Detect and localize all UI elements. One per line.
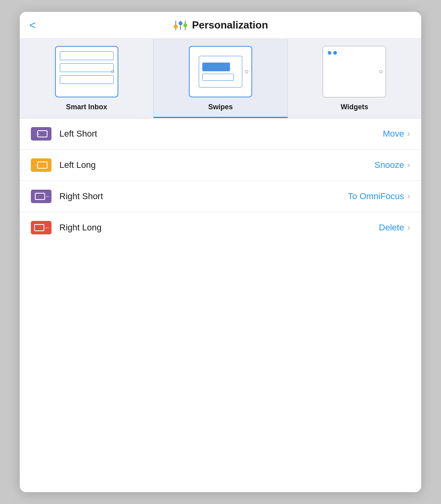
- swipe-item-left-long[interactable]: → Left Long Snooze ›: [20, 150, 421, 181]
- left-long-value: Snooze: [374, 160, 404, 170]
- tab-swipes[interactable]: Swipes: [154, 39, 287, 118]
- left-long-label: Left Long: [59, 160, 374, 170]
- tab-smart-inbox[interactable]: Smart Inbox: [20, 39, 154, 118]
- swipe-item-right-long[interactable]: ← Right Long Delete ›: [20, 212, 421, 243]
- swipe-blue-bar: [202, 63, 230, 71]
- right-long-icon: ←: [31, 221, 51, 234]
- right-long-svg: ←: [33, 222, 49, 233]
- svg-text:→: →: [34, 162, 39, 168]
- swipe-item-left-short[interactable]: → Left Short Move ›: [20, 118, 421, 150]
- svg-point-3: [174, 25, 178, 29]
- swipe-item-right-short[interactable]: ← Right Short To OmniFocus ›: [20, 181, 421, 212]
- header-title-group: Personalization: [173, 19, 268, 31]
- tab-widgets[interactable]: Widgets: [288, 39, 421, 118]
- right-short-value: To OmniFocus: [348, 191, 404, 202]
- left-short-value: Move: [383, 129, 404, 139]
- svg-point-5: [183, 23, 187, 27]
- tabs-row: Smart Inbox Swipes: [20, 39, 421, 118]
- right-long-label: Right Long: [59, 223, 379, 233]
- page-title: Personalization: [192, 19, 268, 31]
- swipes-illustration: [189, 46, 252, 97]
- left-short-chevron: ›: [407, 129, 410, 139]
- left-long-svg: →: [33, 160, 49, 171]
- il-toggle-dot: [111, 70, 114, 73]
- svg-rect-12: [34, 224, 44, 231]
- right-short-svg: ←: [33, 191, 49, 202]
- personalization-icon: [173, 19, 188, 31]
- swipe-list: → Left Short Move › → Left Long Snooze ›: [20, 118, 421, 492]
- svg-text:→: →: [35, 131, 40, 137]
- tab-smart-inbox-label: Smart Inbox: [66, 103, 107, 111]
- widgets-toggle-dot: [379, 70, 382, 73]
- swipe-white-bar: [202, 74, 234, 81]
- smart-inbox-illustration: [55, 46, 118, 97]
- right-long-value: Delete: [379, 223, 404, 233]
- widgets-illustration: [323, 46, 386, 97]
- app-container: < Personalization: [20, 12, 421, 492]
- left-short-svg: →: [33, 128, 49, 139]
- svg-text:←: ←: [45, 193, 49, 200]
- right-long-chevron: ›: [407, 223, 410, 233]
- left-long-chevron: ›: [407, 160, 410, 170]
- left-short-label: Left Short: [59, 129, 383, 139]
- widgets-dots: [326, 50, 382, 55]
- svg-text:←: ←: [45, 224, 49, 231]
- left-short-icon: →: [31, 127, 51, 141]
- widget-dot-1: [328, 51, 331, 55]
- widget-dot-2: [333, 51, 337, 55]
- right-short-icon: ←: [31, 190, 51, 203]
- right-short-chevron: ›: [407, 191, 410, 202]
- svg-point-4: [179, 21, 182, 25]
- swipes-inner: [199, 56, 242, 87]
- right-short-label: Right Short: [59, 191, 348, 202]
- il-bar-1: [60, 51, 114, 60]
- il-bar-2: [60, 63, 114, 72]
- back-button[interactable]: <: [29, 20, 36, 31]
- left-long-icon: →: [31, 158, 51, 172]
- tab-widgets-label: Widgets: [340, 103, 368, 111]
- il-bar-3: [60, 75, 114, 84]
- svg-rect-10: [35, 193, 45, 200]
- header: < Personalization: [20, 12, 421, 39]
- swipes-toggle-dot: [245, 70, 248, 73]
- tab-swipes-label: Swipes: [208, 103, 233, 111]
